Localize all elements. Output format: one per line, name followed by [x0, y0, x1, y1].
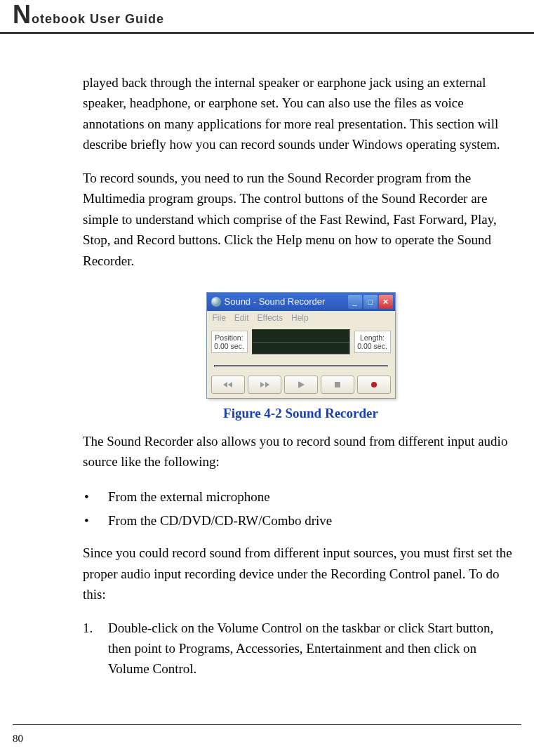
forward-button[interactable] — [248, 376, 281, 394]
figure-sound-recorder: Sound - Sound Recorder _ □ × File Edit E… — [83, 292, 519, 399]
step-number: 1. — [83, 618, 108, 679]
window-title: Sound - Sound Recorder — [225, 296, 326, 307]
paragraph-2: To record sounds, you need to run the So… — [83, 168, 519, 271]
svg-rect-0 — [335, 382, 340, 387]
page-content: played back through the internal speaker… — [0, 34, 534, 679]
header-title-rest: otebook User Guide — [32, 12, 164, 26]
maximize-button[interactable]: □ — [363, 295, 378, 309]
menu-file[interactable]: File — [213, 313, 226, 323]
sound-recorder-window: Sound - Sound Recorder _ □ × File Edit E… — [206, 292, 396, 399]
rewind-button[interactable] — [211, 376, 245, 394]
paragraph-3: The Sound Recorder also allows you to re… — [83, 431, 519, 472]
figure-caption: Figure 4-2 Sound Recorder — [83, 406, 519, 421]
titlebar: Sound - Sound Recorder _ □ × — [207, 293, 395, 311]
header-title-big: N — [13, 0, 32, 29]
svg-point-1 — [371, 382, 377, 387]
step-1: 1. Double-click on the Volume Control on… — [83, 618, 519, 679]
footer-rule — [13, 724, 521, 725]
bullet-list: From the external microphone From the CD… — [83, 485, 519, 533]
paragraph-4: Since you could record sound from differ… — [83, 543, 519, 604]
stop-button[interactable] — [321, 376, 354, 394]
menubar: File Edit Effects Help — [207, 311, 395, 325]
menu-effects[interactable]: Effects — [258, 313, 283, 323]
header-title: Notebook User Guide — [13, 12, 164, 26]
titlebar-left: Sound - Sound Recorder — [211, 296, 326, 307]
recorder-body: Position: 0.00 sec. Length: 0.00 sec. — [207, 325, 395, 398]
list-item: From the CD/DVD/CD-RW/Combo drive — [83, 509, 519, 533]
app-icon — [211, 297, 221, 307]
position-box: Position: 0.00 sec. — [211, 331, 248, 353]
length-label: Length: — [355, 333, 390, 342]
play-button[interactable] — [284, 376, 318, 394]
record-button[interactable] — [357, 376, 391, 394]
control-buttons — [211, 376, 391, 394]
page-header: Notebook User Guide — [0, 0, 534, 34]
page-number: 80 — [13, 733, 23, 745]
menu-edit[interactable]: Edit — [234, 313, 249, 323]
paragraph-1: played back through the internal speaker… — [83, 72, 519, 155]
position-value: 0.00 sec. — [212, 342, 247, 350]
length-box: Length: 0.00 sec. — [354, 331, 391, 353]
seek-slider[interactable] — [211, 360, 391, 371]
length-value: 0.00 sec. — [355, 342, 390, 350]
waveform-display — [252, 329, 350, 354]
menu-help[interactable]: Help — [291, 313, 309, 323]
window-buttons: _ □ × — [348, 295, 393, 309]
position-label: Position: — [212, 333, 247, 342]
step-text: Double-click on the Volume Control on th… — [108, 618, 519, 679]
list-item: From the external microphone — [83, 485, 519, 509]
close-button[interactable]: × — [379, 295, 393, 309]
minimize-button[interactable]: _ — [348, 295, 362, 309]
display-row: Position: 0.00 sec. Length: 0.00 sec. — [211, 329, 391, 354]
